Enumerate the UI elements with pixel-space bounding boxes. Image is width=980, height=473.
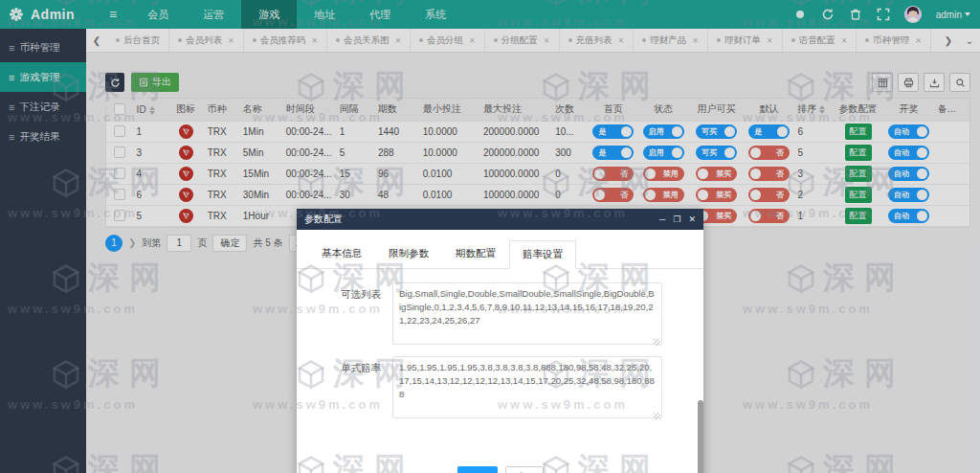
field-wrap: [392, 356, 662, 422]
modal-tab-赔率设置[interactable]: 赔率设置: [509, 240, 576, 269]
field-label: 单式赔率: [297, 356, 392, 422]
field-textarea-单式赔率[interactable]: [392, 356, 662, 418]
modal-tab-期数配置[interactable]: 期数配置: [442, 239, 509, 268]
modal-title: 参数配置: [304, 213, 343, 226]
minimize-icon[interactable]: ─: [659, 214, 665, 224]
field-label: 可选列表: [297, 282, 392, 349]
maximize-icon[interactable]: ❐: [673, 214, 680, 224]
field-wrap: [392, 282, 662, 349]
field-textarea-可选列表[interactable]: [392, 282, 662, 345]
modal-scrollbar-thumb[interactable]: [698, 400, 703, 473]
modal-tab-基本信息[interactable]: 基本信息: [308, 239, 375, 268]
form-row: 单式赔率: [297, 356, 684, 422]
modal-tab-限制参数[interactable]: 限制参数: [375, 239, 442, 268]
confirm-button[interactable]: 确认: [457, 466, 498, 473]
params-config-modal: 参数配置 ─ ❐ ✕ 基本信息限制参数期数配置赔率设置 可选列表单式赔率 确认 …: [297, 209, 703, 473]
form-row: 可选列表: [297, 282, 684, 349]
modal-header[interactable]: 参数配置 ─ ❐ ✕: [297, 209, 703, 230]
reset-button[interactable]: 重置: [505, 466, 544, 473]
modal-form: 可选列表单式赔率: [297, 269, 703, 422]
modal-buttons: 确认 重置: [297, 466, 703, 473]
modal-tabs: 基本信息限制参数期数配置赔率设置: [297, 230, 703, 269]
close-icon[interactable]: ✕: [688, 214, 696, 224]
